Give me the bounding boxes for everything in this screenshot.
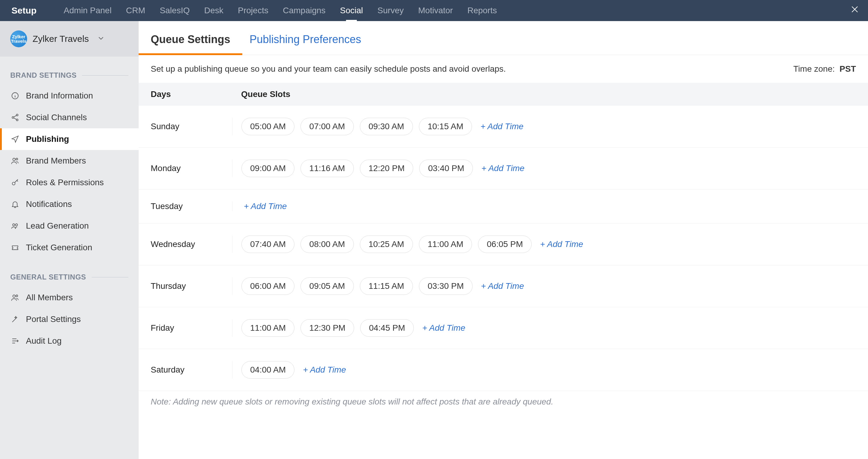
time-slot[interactable]: 10:15 AM	[419, 118, 472, 135]
time-slot[interactable]: 12:20 PM	[360, 160, 413, 177]
schedule-row-tuesday: Tuesday+ Add Time	[138, 190, 868, 224]
people-icon	[10, 222, 20, 230]
day-label: Thursday	[151, 281, 241, 291]
add-time-button[interactable]: + Add Time	[303, 365, 346, 375]
members-icon	[10, 293, 20, 302]
close-icon[interactable]	[850, 4, 860, 17]
timezone-value: PST	[840, 64, 856, 73]
add-time-button[interactable]: + Add Time	[480, 122, 524, 131]
time-slot[interactable]: 04:00 AM	[241, 361, 294, 379]
queue-description: Set up a publishing queue so you and you…	[151, 64, 506, 74]
day-label: Friday	[151, 323, 241, 333]
day-label: Monday	[151, 164, 241, 173]
sidebar-item-ticket-generation[interactable]: Ticket Generation	[0, 237, 138, 258]
svg-point-7	[13, 224, 15, 226]
sidebar-item-roles-permissions[interactable]: Roles & Permissions	[0, 172, 138, 193]
add-time-button[interactable]: + Add Time	[422, 323, 465, 333]
svg-point-5	[16, 158, 18, 160]
day-label: Wednesday	[151, 239, 241, 249]
sidebar-item-audit-log[interactable]: Audit Log	[0, 330, 138, 352]
slot-area: 11:00 AM12:30 PM04:45 PM+ Add Time	[232, 319, 856, 337]
time-slot[interactable]: 03:30 PM	[419, 277, 472, 295]
section-brand-settings: BRAND SETTINGS	[0, 57, 138, 85]
send-icon	[10, 135, 20, 143]
sidebar-item-social-channels[interactable]: Social Channels	[0, 107, 138, 128]
nav-desk[interactable]: Desk	[204, 0, 223, 21]
topbar: Setup Admin PanelCRMSalesIQDeskProjectsC…	[0, 0, 868, 21]
svg-point-6	[12, 182, 15, 185]
svg-point-4	[13, 158, 15, 161]
sidebar-item-all-members[interactable]: All Members	[0, 287, 138, 308]
members-icon	[10, 157, 20, 165]
timezone: Time zone: PST	[793, 64, 856, 74]
sidebar-item-brand-members[interactable]: Brand Members	[0, 150, 138, 172]
add-time-button[interactable]: + Add Time	[481, 164, 524, 173]
sidebar-item-publishing[interactable]: Publishing	[0, 128, 138, 150]
log-icon	[10, 337, 20, 345]
sidebar-item-label: Portal Settings	[26, 315, 81, 324]
time-slot[interactable]: 07:00 AM	[301, 118, 353, 135]
info-icon	[10, 92, 20, 100]
col-days-header: Days	[151, 90, 241, 99]
nav-campaigns[interactable]: Campaigns	[283, 0, 326, 21]
section-general-settings: GENERAL SETTINGS	[0, 258, 138, 287]
share-icon	[10, 113, 20, 122]
setup-label: Setup	[11, 5, 36, 16]
time-slot[interactable]: 09:30 AM	[360, 118, 413, 135]
nav-crm[interactable]: CRM	[126, 0, 145, 21]
chevron-down-icon	[97, 34, 105, 44]
time-slot[interactable]: 05:00 AM	[241, 118, 294, 135]
slot-area: 07:40 AM08:00 AM10:25 AM11:00 AM06:05 PM…	[232, 235, 856, 253]
tabbar: Queue Settings Publishing Preferences	[138, 21, 868, 55]
main-content: Queue Settings Publishing Preferences Se…	[138, 21, 868, 459]
brand-logo: Zylker Travels	[10, 30, 27, 47]
sidebar-item-label: Roles & Permissions	[26, 178, 104, 187]
ticket-icon	[10, 243, 20, 252]
time-slot[interactable]: 03:40 PM	[419, 160, 473, 177]
sidebar-item-lead-generation[interactable]: Lead Generation	[0, 215, 138, 237]
sidebar-item-label: Notifications	[26, 199, 72, 209]
slot-area: + Add Time	[232, 201, 856, 211]
time-slot[interactable]: 04:45 PM	[360, 319, 414, 337]
nav-social[interactable]: Social	[340, 0, 363, 21]
nav-motivator[interactable]: Motivator	[418, 0, 453, 21]
nav-salesiq[interactable]: SalesIQ	[160, 0, 190, 21]
time-slot[interactable]: 11:16 AM	[301, 160, 353, 177]
brand-name: Zylker Travels	[33, 34, 89, 44]
nav-reports[interactable]: Reports	[467, 0, 497, 21]
nav-survey[interactable]: Survey	[377, 0, 404, 21]
topnav: Admin PanelCRMSalesIQDeskProjectsCampaig…	[64, 0, 497, 21]
sidebar-item-label: Ticket Generation	[26, 243, 92, 252]
nav-projects[interactable]: Projects	[238, 0, 268, 21]
svg-point-8	[16, 224, 18, 226]
svg-point-2	[12, 117, 14, 118]
nav-admin-panel[interactable]: Admin Panel	[64, 0, 112, 21]
wand-icon	[10, 315, 20, 324]
tab-publishing-preferences[interactable]: Publishing Preferences	[250, 33, 361, 55]
add-time-button[interactable]: + Add Time	[540, 239, 583, 249]
add-time-button[interactable]: + Add Time	[481, 281, 524, 291]
sidebar-item-brand-information[interactable]: Brand Information	[0, 85, 138, 107]
time-slot[interactable]: 11:15 AM	[360, 277, 413, 295]
time-slot[interactable]: 08:00 AM	[301, 235, 353, 253]
day-label: Saturday	[151, 365, 241, 375]
bell-icon	[10, 200, 20, 208]
time-slot[interactable]: 11:00 AM	[241, 319, 294, 337]
svg-point-3	[16, 119, 18, 121]
time-slot[interactable]: 06:00 AM	[241, 277, 294, 295]
brand-selector[interactable]: Zylker Travels Zylker Travels	[0, 21, 138, 57]
svg-point-9	[13, 295, 15, 297]
schedule-row-friday: Friday11:00 AM12:30 PM04:45 PM+ Add Time	[138, 307, 868, 349]
sidebar-item-notifications[interactable]: Notifications	[0, 193, 138, 215]
tab-queue-settings[interactable]: Queue Settings	[151, 33, 230, 55]
time-slot[interactable]: 11:00 AM	[419, 235, 472, 253]
schedule-row-monday: Monday09:00 AM11:16 AM12:20 PM03:40 PM+ …	[138, 147, 868, 190]
sidebar-item-portal-settings[interactable]: Portal Settings	[0, 308, 138, 330]
time-slot[interactable]: 09:05 AM	[301, 277, 353, 295]
time-slot[interactable]: 06:05 PM	[478, 235, 532, 253]
time-slot[interactable]: 09:00 AM	[241, 160, 294, 177]
time-slot[interactable]: 12:30 PM	[301, 319, 354, 337]
time-slot[interactable]: 07:40 AM	[241, 235, 294, 253]
time-slot[interactable]: 10:25 AM	[360, 235, 413, 253]
add-time-button[interactable]: + Add Time	[244, 201, 287, 211]
